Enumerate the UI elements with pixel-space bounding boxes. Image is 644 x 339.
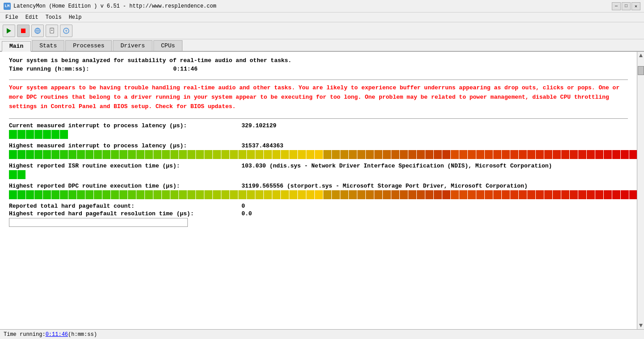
svg-text:?: ? (65, 29, 67, 34)
maximize-button[interactable]: □ (622, 2, 631, 10)
title-bar-left: LM LatencyMon (Home Edition ) v 6.51 - h… (4, 3, 216, 10)
stop-button[interactable] (17, 25, 30, 37)
play-button[interactable] (3, 25, 15, 37)
tab-cpus[interactable]: CPUs (153, 40, 182, 51)
metric-value-current: 329.102129 (242, 122, 276, 129)
close-button[interactable]: ✕ (631, 2, 640, 10)
tab-main[interactable]: Main (2, 41, 31, 52)
clear-button[interactable] (46, 25, 58, 37)
metric-value-pagefault-time: 0.0 (242, 210, 252, 217)
metric-row-current: Current measured interrupt to process la… (9, 122, 628, 129)
metric-label-dpc: Highest reported DPC routine execution t… (9, 183, 242, 189)
svg-rect-7 (51, 28, 53, 29)
metric-label-pagefault: Reported total hard pagefault count: (9, 203, 242, 209)
svg-marker-13 (639, 324, 643, 327)
status-bar: Time running: 0:11:46 (h:mm:ss) (0, 329, 644, 339)
svg-marker-12 (639, 54, 643, 57)
metric-row-dpc: Highest reported DPC routine execution t… (9, 183, 628, 189)
toolbar: ? (0, 22, 644, 39)
menu-help[interactable]: Help (65, 13, 85, 21)
divider-1 (9, 80, 628, 80)
metric-row-pagefault: Reported total hard pagefault count: 0 (9, 203, 628, 209)
tab-bar: Main Stats Processes Drivers CPUs (0, 39, 644, 52)
warning-text: Your system appears to be having trouble… (9, 84, 628, 111)
menu-bar: File Edit Tools Help (0, 13, 644, 22)
metric-row-pagefault-time: Highest reported hard pagefault resoluti… (9, 210, 628, 217)
title-bar-controls: — □ ✕ (612, 2, 640, 10)
menu-tools[interactable]: Tools (42, 13, 65, 21)
metric-label-highest: Highest measured interrupt to process la… (9, 142, 242, 149)
bar-isr (9, 170, 628, 179)
metric-row-isr: Highest reported ISR routine execution t… (9, 163, 628, 169)
metric-value-dpc: 31199.565556 (storport.sys - Microsoft S… (242, 183, 528, 189)
metric-value-pagefault: 0 (242, 203, 245, 209)
title-bar: LM LatencyMon (Home Edition ) v 6.51 - h… (0, 0, 644, 13)
metric-value-highest: 31537.484363 (242, 142, 284, 149)
time-value: 0:11:46 (173, 66, 198, 72)
metric-label-current: Current measured interrupt to process la… (9, 122, 242, 129)
status-time: 0:11:46 (46, 331, 68, 338)
bar-pagefault (9, 218, 188, 227)
time-line: Time running (h:mm:ss): 0:11:46 (9, 66, 628, 72)
main-content: Your system is being analyzed for suitab… (0, 52, 644, 329)
tab-processes[interactable]: Processes (65, 40, 112, 51)
divider-2 (9, 118, 628, 119)
metric-value-isr: 103.030 (ndis.sys - Network Driver Inter… (242, 163, 552, 169)
bar-highest (9, 150, 628, 159)
app-icon: LM (4, 3, 11, 10)
bar-dpc (9, 190, 628, 199)
svg-rect-1 (21, 29, 25, 33)
menu-edit[interactable]: Edit (22, 13, 42, 21)
status-suffix: (h:mm:ss) (68, 331, 97, 338)
metric-label-pagefault-time: Highest reported hard pagefault resoluti… (9, 210, 242, 217)
scrollbar-right[interactable] (637, 52, 644, 329)
svg-marker-0 (7, 28, 11, 33)
refresh-button[interactable] (31, 25, 44, 37)
scrollbar-thumb[interactable] (638, 66, 644, 75)
content-area: Your system is being analyzed for suitab… (0, 52, 644, 329)
metric-label-isr: Highest reported ISR routine execution t… (9, 163, 242, 169)
bar-current (9, 130, 628, 139)
metric-row-highest: Highest measured interrupt to process la… (9, 142, 628, 149)
status-line: Your system is being analyzed for suitab… (9, 57, 628, 64)
app-title: LatencyMon (Home Edition ) v 6.51 - http… (13, 3, 216, 9)
minimize-button[interactable]: — (612, 2, 621, 10)
tab-drivers[interactable]: Drivers (113, 40, 153, 51)
menu-file[interactable]: File (2, 13, 22, 21)
help-button[interactable]: ? (60, 25, 72, 37)
status-prefix: Time running: (4, 331, 46, 338)
tab-stats[interactable]: Stats (32, 40, 64, 51)
time-label: Time running (h:mm:ss): (9, 66, 89, 72)
